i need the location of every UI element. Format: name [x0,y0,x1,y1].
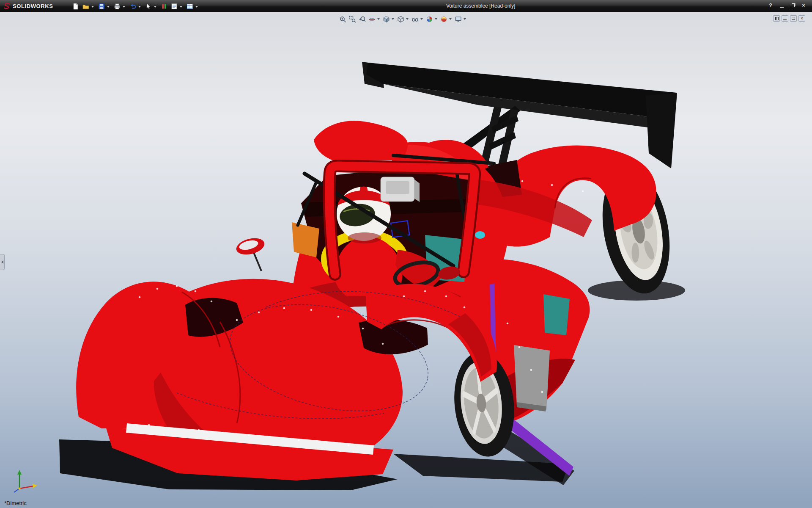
side-panel[interactable] [514,345,550,410]
toggle-panes-button[interactable] [773,15,780,22]
options-table-button[interactable] [185,2,194,11]
main-toolbar [71,1,200,11]
save-button[interactable] [97,2,106,11]
window-controls: ? × [766,2,808,9]
restore-document-button[interactable] [790,15,797,22]
dropdown-caret[interactable] [154,6,156,8]
heads-up-view-toolbar [338,14,467,24]
previous-view-icon[interactable] [358,15,367,24]
minimize-button[interactable] [777,2,786,9]
head-restraint[interactable] [381,177,420,202]
side-glass[interactable] [543,294,570,335]
solidworks-logo-icon [3,3,11,10]
dropdown-caret[interactable] [138,6,141,8]
graphics-area[interactable] [0,0,812,508]
help-button[interactable]: ? [766,2,775,9]
minimize-document-button[interactable] [782,15,788,22]
dropdown-caret[interactable] [392,18,394,20]
dropdown-caret[interactable] [107,6,110,8]
dropdown-caret[interactable] [180,6,182,8]
dropdown-caret[interactable] [91,6,94,8]
dropdown-caret[interactable] [377,18,380,20]
zoom-to-fit-icon[interactable] [338,15,347,24]
close-document-button[interactable]: × [798,15,805,22]
zoom-to-area-icon[interactable] [348,15,357,24]
file-properties-button[interactable] [170,2,178,11]
dropdown-caret[interactable] [420,18,423,20]
dropdown-caret[interactable] [464,18,466,20]
reference-triad [9,467,40,496]
featuremanager-flyout-tab[interactable] [0,254,5,270]
view-orientation-label: *Dimetric [4,500,27,506]
view-orientation-icon[interactable] [382,15,391,24]
close-button[interactable]: × [799,2,808,9]
view-settings-icon[interactable] [454,15,463,24]
dropdown-caret[interactable] [435,18,437,20]
hide-show-items-icon[interactable] [411,15,420,24]
document-window-controls: × [773,15,805,22]
apply-scene-icon[interactable] [439,15,448,24]
print-button[interactable] [112,2,121,11]
new-button[interactable] [71,2,80,11]
title-bar: SOLIDWORKS Voiture assemblee [Read [0,0,812,12]
display-style-icon[interactable] [396,15,405,24]
undo-button[interactable] [128,2,137,11]
dropdown-caret[interactable] [449,18,452,20]
select-button[interactable] [144,2,153,11]
app-logo: SOLIDWORKS [0,3,58,10]
section-view-icon[interactable] [368,15,376,24]
collapse-left-icon [1,260,3,264]
edit-appearance-icon[interactable] [425,15,434,24]
dropdown-caret[interactable] [123,6,125,8]
open-button[interactable] [81,2,90,11]
brand-name: SOLIDWORKS [13,3,53,9]
show-toggle-button[interactable] [159,2,168,11]
window-title: Voiture assemblee [Read-only] [446,3,515,9]
dropdown-caret[interactable] [195,6,198,8]
dropdown-caret[interactable] [406,18,409,20]
restore-button[interactable] [788,2,797,9]
